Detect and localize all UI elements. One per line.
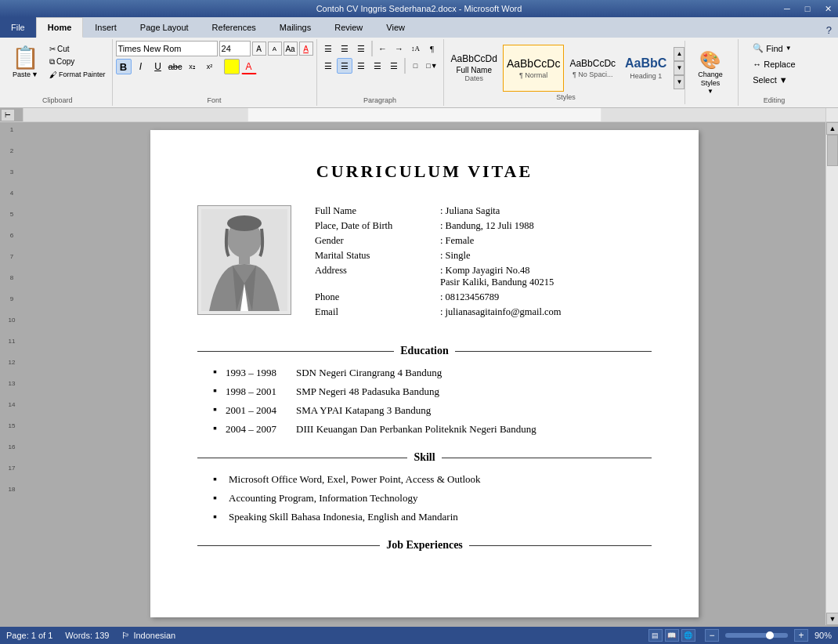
scroll-thumb[interactable] (827, 135, 838, 166)
page-indicator: Page: 1 of 1 (6, 631, 52, 640)
close-button[interactable]: ✕ (818, 0, 838, 17)
styles-scroll-up[interactable]: ▲ (674, 47, 684, 61)
edu-school: DIII Keuangan Dan Perbankan Politeknik N… (296, 423, 652, 436)
italic-button[interactable]: I (133, 59, 149, 74)
tab-view[interactable]: View (374, 17, 417, 38)
skill-text: Speaking Skill Bahasa Indonesia, English… (229, 511, 458, 523)
window-controls: ─ □ ✕ (777, 0, 838, 17)
skill-line-left (197, 458, 407, 458)
format-painter-button[interactable]: 🖌 Format Painter (46, 69, 109, 81)
decrease-indent-button[interactable]: ← (375, 41, 391, 56)
scroll-up-button[interactable]: ▲ (826, 122, 838, 135)
justify-button[interactable]: ☰ (370, 58, 385, 74)
ruler (23, 108, 825, 121)
zoom-in-button[interactable]: + (794, 629, 808, 642)
sort-button[interactable]: ↕A (408, 41, 424, 56)
window-title: Contoh CV Inggris Sederhana2.docx - Micr… (316, 4, 522, 13)
paragraph-group: ☰ ☰ ☰ ← → ↕A ¶ ☰ ☰ ☰ ☰ ☰ □ □▼ Paragraph (317, 39, 444, 106)
page-container[interactable]: CURRICULUM VITAE (23, 122, 825, 625)
svg-rect-2 (601, 108, 825, 121)
tab-insert[interactable]: Insert (83, 17, 128, 38)
multilevel-button[interactable]: ☰ (353, 41, 369, 56)
ruler-svg (23, 108, 825, 121)
strikethrough-button[interactable]: abc (168, 59, 183, 74)
find-arrow: ▼ (786, 45, 792, 52)
clear-format-button[interactable]: A (299, 42, 313, 56)
paragraph-label: Paragraph (363, 96, 396, 104)
style-dates[interactable]: AaBbCcDd Full Name Dates (447, 45, 501, 92)
help-button[interactable]: ? (820, 23, 838, 38)
zoom-level: 90% (815, 631, 832, 640)
ribbon-tabs: File Home Insert Page Layout References … (0, 17, 838, 38)
font-color-button[interactable]: A (241, 59, 257, 74)
language-label: Indonesian (133, 631, 175, 640)
scroll-down-button[interactable]: ▼ (826, 613, 838, 625)
borders-button[interactable]: □▼ (424, 58, 440, 74)
superscript-button[interactable]: x² (202, 59, 218, 74)
find-button[interactable]: 🔍 Find ▼ (747, 41, 796, 56)
zoom-out-button[interactable]: − (705, 629, 719, 642)
styles-gallery: AaBbCcDd Full Name Dates AaBbCcDc ¶ Norm… (447, 45, 685, 92)
cut-button[interactable]: ✂ Cut (46, 43, 109, 55)
job-exp-header: Job Experiences (197, 539, 652, 552)
shrink-font-button[interactable]: A (268, 42, 282, 56)
web-view-button[interactable]: 🌐 (681, 629, 695, 642)
tab-pagelayout[interactable]: Page Layout (128, 17, 200, 38)
education-item: ▪ 1998 – 2001 SMP Negeri 48 Padasuka Ban… (213, 385, 652, 398)
education-title: Education (394, 345, 454, 357)
print-view-button[interactable]: ▤ (648, 629, 663, 642)
bold-button[interactable]: B (116, 59, 132, 74)
scroll-track[interactable] (826, 135, 838, 613)
edu-school: SMA YPAI Katapang 3 Bandung (296, 404, 652, 417)
ruler-selector[interactable]: ⊢ (1, 109, 15, 121)
font-size-input[interactable] (219, 41, 251, 56)
reading-view-button[interactable]: 📖 (665, 629, 679, 642)
tab-file[interactable]: File (0, 17, 36, 38)
line-spacing-button[interactable]: ☰ (386, 58, 402, 74)
copy-button[interactable]: ⧉ Copy (46, 56, 109, 68)
bullets-button[interactable]: ☰ (320, 41, 336, 56)
style-normal[interactable]: AaBbCcDc ¶ Normal (503, 45, 564, 92)
shading-button[interactable]: □ (408, 58, 424, 74)
change-styles-button[interactable]: 🎨 Change Styles ▼ (688, 46, 731, 99)
editing-label: Editing (764, 96, 786, 104)
change-case-button[interactable]: Aa (284, 42, 298, 56)
subscript-button[interactable]: x₂ (185, 59, 200, 74)
tab-references[interactable]: References (200, 17, 268, 38)
style-h1-preview: AaBbC (625, 56, 666, 71)
align-right-button[interactable]: ☰ (353, 58, 369, 74)
info-gender: Gender : Female (315, 235, 652, 247)
align-left-button[interactable]: ☰ (320, 58, 336, 74)
paste-icon: 📋 (12, 45, 39, 71)
numbering-button[interactable]: ☰ (337, 41, 352, 56)
tab-mailings[interactable]: Mailings (268, 17, 323, 38)
styles-expand[interactable]: ▼ (674, 75, 684, 89)
paste-button[interactable]: 📋 Paste▼ (6, 41, 45, 82)
word-count: Words: 139 (65, 631, 109, 640)
paint-brush-icon: 🖌 (49, 71, 57, 79)
tab-review[interactable]: Review (323, 17, 374, 38)
skill-bullet: ▪ (213, 492, 222, 505)
edu-bullet: ▪ (213, 366, 222, 378)
text-highlight-button[interactable]: A (224, 59, 240, 74)
styles-scroll-down[interactable]: ▼ (674, 61, 684, 75)
minimize-button[interactable]: ─ (777, 0, 797, 17)
tab-home[interactable]: Home (36, 17, 84, 38)
view-buttons: ▤ 📖 🌐 (648, 629, 695, 642)
align-center-button[interactable]: ☰ (337, 58, 352, 74)
increase-indent-button[interactable]: → (392, 41, 407, 56)
font-name-input[interactable] (116, 41, 218, 56)
para-row2: ☰ ☰ ☰ ☰ ☰ □ □▼ (320, 58, 440, 74)
zoom-slider[interactable] (725, 633, 788, 638)
replace-button[interactable]: ↔ Replace (747, 57, 800, 71)
maximize-button[interactable]: □ (797, 0, 818, 17)
style-heading1[interactable]: AaBbC Heading 1 (621, 45, 670, 92)
change-styles-section: 🎨 Change Styles ▼ (684, 41, 735, 104)
select-button[interactable]: Select ▼ (747, 73, 793, 87)
vertical-scrollbar: ▲ ▼ (825, 122, 838, 625)
show-para-button[interactable]: ¶ (424, 41, 440, 56)
style-nospace[interactable]: AaBbCcDc ¶ No Spaci... (565, 45, 619, 92)
underline-button[interactable]: U (150, 59, 166, 74)
profile-photo (197, 205, 291, 315)
grow-font-button[interactable]: A (252, 42, 266, 56)
